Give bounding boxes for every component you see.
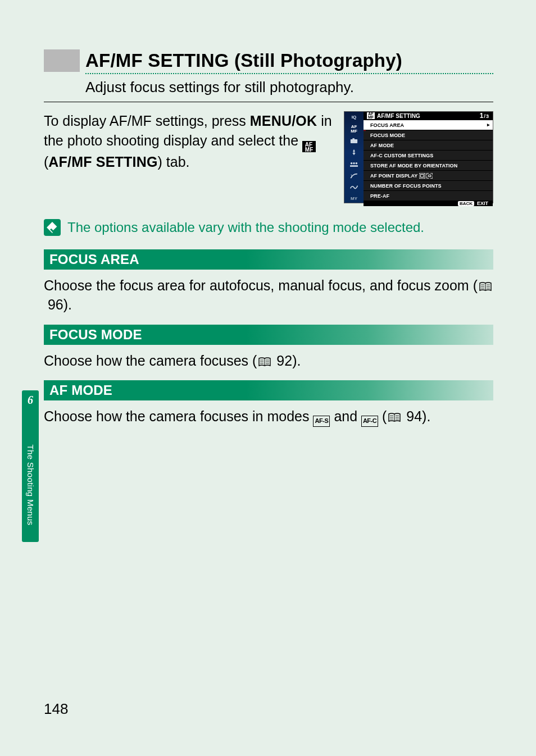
camera-menu-item-selected: FOCUS AREA▸: [364, 120, 493, 130]
svg-rect-0: [351, 139, 357, 143]
afmf-setting-name: AF/MF SETTING: [48, 154, 157, 170]
title-dotted-rule: [85, 73, 493, 74]
intro-text-pre: To display AF/MF settings, press: [44, 113, 250, 129]
camera-menu-item: AF-C CUSTOM SETTINGS: [364, 150, 493, 160]
page-reference-icon: [258, 357, 271, 367]
intro-paragraph: To display AF/MF settings, press MENU/OK…: [44, 111, 336, 172]
camera-menu-left-tabs: IQ AFMF: [344, 112, 364, 203]
chapter-side-tab: 6 The Shooting Menus: [22, 390, 39, 542]
chapter-label: The Shooting Menus: [26, 445, 35, 526]
camera-menu-items: FOCUS AREA▸ FOCUS MODE AF MODE AF-C CUST…: [364, 120, 493, 201]
camera-tab-icon: [344, 148, 364, 157]
camera-header-afmf-icon: AFMF: [367, 112, 375, 119]
menu-ok-label: MENU/OK: [250, 113, 317, 129]
section-heading-focus-mode: FOCUS MODE: [44, 325, 493, 345]
section-heading-focus-area: FOCUS AREA: [44, 249, 493, 270]
note-check-icon: [44, 219, 61, 236]
camera-header-title: AF/MF SETTING: [377, 113, 420, 119]
section-body: Choose the focus area for autofocus, man…: [44, 276, 493, 315]
camera-tab-afmf: AFMF: [344, 125, 364, 134]
svg-rect-7: [420, 174, 424, 177]
camera-tab-icon: [344, 171, 364, 180]
camera-tab-iq: IQ: [344, 113, 364, 121]
page-number: 148: [44, 700, 68, 718]
camera-menu-item: NUMBER OF FOCUS POINTS: [364, 180, 493, 190]
camera-menu-item: STORE AF MODE BY ORIENTATION: [364, 160, 493, 170]
camera-menu-item: PRE-AF: [364, 190, 493, 201]
af-point-display-icon: [419, 173, 433, 179]
page-ref-number: 94: [406, 408, 422, 424]
svg-rect-6: [419, 173, 425, 179]
section-text: ).: [63, 297, 72, 312]
camera-tab-icon: [344, 183, 364, 192]
section-text: ).: [422, 408, 430, 424]
afc-mode-icon: AF-C: [361, 416, 378, 427]
svg-point-4: [356, 162, 358, 165]
svg-rect-8: [429, 175, 431, 176]
section-heading-af-mode: AF MODE: [44, 380, 493, 400]
afs-mode-icon: AF-S: [313, 416, 330, 427]
camera-menu-item: FOCUS MODE: [364, 130, 493, 140]
note-text: The options available vary with the shoo…: [67, 220, 424, 235]
section-text: (: [382, 408, 387, 424]
camera-menu-screenshot: IQ AFMF: [344, 111, 493, 203]
title-marker-box: [44, 49, 80, 72]
svg-rect-5: [350, 165, 358, 167]
page-subtitle: Adjust focus settings for still photogra…: [85, 79, 493, 96]
page-reference-icon: [479, 282, 492, 292]
afmf-tab-icon: AFMF: [302, 141, 316, 152]
section-text: ).: [292, 353, 301, 368]
svg-rect-1: [352, 138, 355, 140]
section-body: Choose how the camera focuses ( 92).: [44, 352, 493, 371]
camera-tab-icon: [344, 137, 364, 145]
camera-menu-footer: BACK EXIT: [364, 201, 493, 206]
modes-separator: and: [334, 408, 361, 424]
camera-menu-item: AF POINT DISPLAY: [364, 170, 493, 180]
chevron-right-icon: ▸: [487, 122, 490, 127]
section-body: Choose how the camera focuses in modes A…: [44, 407, 493, 427]
section-text: Choose the focus area for autofocus, man…: [44, 277, 478, 293]
camera-page-total: 3: [486, 113, 489, 119]
svg-point-3: [353, 162, 355, 165]
camera-menu-header: AFMF AF/MF SETTING 1/3: [364, 112, 493, 120]
camera-menu-item: AF MODE: [364, 140, 493, 150]
camera-back-button-icon: BACK: [458, 201, 474, 206]
camera-footer-exit-label: EXIT: [477, 201, 488, 206]
camera-tab-my: MY: [344, 194, 364, 203]
page-reference-icon: [388, 413, 401, 422]
page-ref-number: 92: [276, 353, 292, 368]
section-text: Choose how the camera focuses in modes: [44, 408, 313, 424]
section-text: Choose how the camera focuses (: [44, 353, 257, 368]
intro-text-end: ) tab.: [158, 154, 190, 170]
camera-tab-icon: [344, 160, 364, 168]
chapter-number: 6: [22, 394, 39, 407]
horizontal-rule: [44, 102, 493, 102]
page-title: AF/MF SETTING (Still Photography): [85, 50, 402, 71]
svg-point-2: [351, 162, 353, 165]
page-ref-number: 96: [48, 297, 63, 312]
